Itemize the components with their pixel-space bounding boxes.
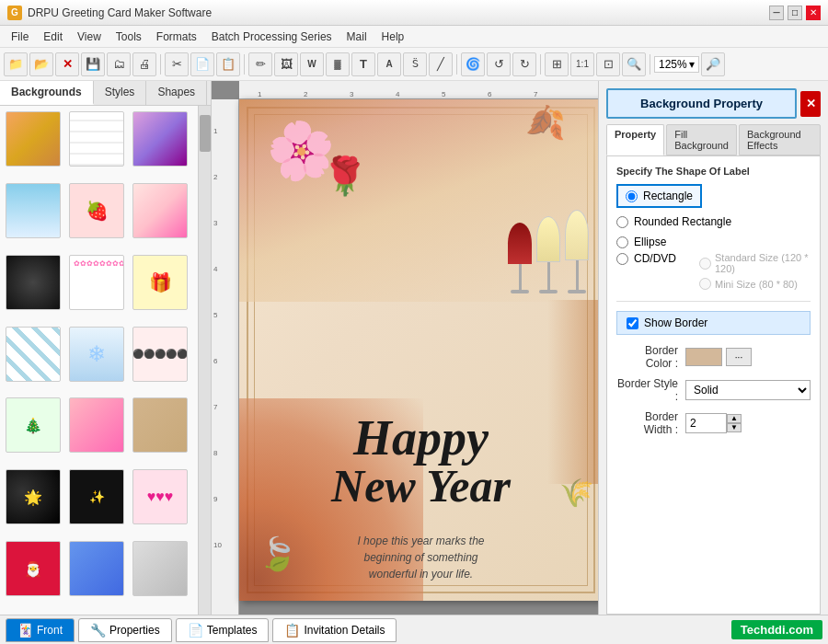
menu-edit[interactable]: Edit bbox=[36, 29, 70, 45]
border-color-picker-btn[interactable]: ··· bbox=[726, 348, 752, 366]
templates-icon: 📄 bbox=[188, 623, 203, 638]
toolbar-print[interactable]: 🖨 bbox=[132, 52, 156, 76]
bg-thumb-12[interactable]: ⚫⚫⚫⚫⚫⚫⚫⚫⚫ bbox=[132, 327, 188, 382]
bg-thumb-20[interactable] bbox=[69, 541, 124, 596]
radio-rounded[interactable] bbox=[616, 216, 628, 228]
bg-thumb-18[interactable]: ♥♥♥ bbox=[132, 469, 188, 524]
border-color-swatch[interactable] bbox=[685, 348, 722, 366]
toolbar-copy[interactable]: 📄 bbox=[190, 52, 214, 76]
flower-right: 🍂 bbox=[525, 104, 566, 142]
toolbar-open[interactable]: 📂 bbox=[29, 52, 53, 76]
toolbar-ratio[interactable]: 1:1 bbox=[570, 52, 594, 76]
checkbox-show-border[interactable] bbox=[627, 317, 638, 329]
toolbar-img1[interactable]: 🌀 bbox=[461, 52, 485, 76]
radio-rectangle[interactable] bbox=[626, 190, 638, 202]
window-controls[interactable]: ─ □ ✕ bbox=[769, 6, 821, 20]
toolbar-line[interactable]: ╱ bbox=[429, 52, 453, 76]
close-button[interactable]: ✕ bbox=[806, 6, 821, 20]
tab-backgrounds[interactable]: Backgrounds bbox=[0, 81, 94, 105]
bg-thumb-14[interactable] bbox=[69, 397, 124, 453]
bg-thumb-9[interactable]: 🎁 bbox=[132, 255, 188, 310]
cddvd-radio-wrap[interactable]: CD/DVD bbox=[616, 252, 690, 265]
tab-templates[interactable]: 📄 Templates bbox=[176, 618, 270, 642]
spinner-up[interactable]: ▲ bbox=[727, 414, 742, 423]
toolbar-zoomout[interactable]: 🔎 bbox=[701, 52, 725, 76]
toolbar-close[interactable]: ✕ bbox=[55, 52, 79, 76]
toolbar-img2[interactable]: ↺ bbox=[487, 52, 511, 76]
toolbar-zoomin[interactable]: 🔍 bbox=[622, 52, 646, 76]
label-show-border: Show Border bbox=[644, 316, 707, 329]
titlebar: G DRPU Greeting Card Maker Software ─ □ … bbox=[0, 0, 828, 26]
toolbar-grid1[interactable]: ⊞ bbox=[545, 52, 569, 76]
bg-thumb-2[interactable] bbox=[69, 111, 124, 167]
border-width-input[interactable] bbox=[685, 413, 727, 433]
cddvd-options: Standard Size (120 * 120) Mini Size (80 … bbox=[699, 252, 811, 290]
bg-thumb-21[interactable] bbox=[132, 541, 188, 596]
glass-bowl-white2 bbox=[565, 210, 589, 260]
toolbar-save2[interactable]: 🗂 bbox=[107, 52, 131, 76]
zoom-value: 125% bbox=[659, 58, 687, 71]
toolbar-fit[interactable]: ⊡ bbox=[596, 52, 620, 76]
tab-bg-effects[interactable]: Background Effects bbox=[739, 124, 821, 155]
bg-thumb-1[interactable] bbox=[6, 111, 61, 167]
tab-fill-bg[interactable]: Fill Background bbox=[666, 124, 737, 155]
bg-thumb-11[interactable]: ❄ bbox=[69, 327, 124, 382]
toolbar-barcode[interactable]: ▓ bbox=[326, 52, 350, 76]
bg-thumb-4[interactable] bbox=[6, 183, 61, 238]
border-style-select[interactable]: Solid Dashed Dotted Double bbox=[685, 380, 811, 400]
menu-file[interactable]: File bbox=[4, 29, 36, 45]
menu-view[interactable]: View bbox=[70, 29, 109, 45]
toolbar-pencil[interactable]: ✏ bbox=[248, 52, 272, 76]
zoom-box[interactable]: 125% ▾ bbox=[654, 56, 699, 73]
toolbar-align[interactable]: A bbox=[377, 52, 401, 76]
spinner-down[interactable]: ▼ bbox=[727, 423, 742, 432]
shape-rounded-row[interactable]: Rounded Rectangle bbox=[616, 215, 811, 228]
menu-batch[interactable]: Batch Processing Series bbox=[204, 29, 339, 45]
menu-formats[interactable]: Formats bbox=[149, 29, 204, 45]
menu-mail[interactable]: Mail bbox=[339, 29, 374, 45]
tab-properties[interactable]: 🔧 Properties bbox=[78, 618, 172, 642]
menu-help[interactable]: Help bbox=[374, 29, 412, 45]
tab-styles[interactable]: Styles bbox=[94, 81, 147, 105]
toolbar-paste[interactable]: 📋 bbox=[216, 52, 240, 76]
toolbar-symbol[interactable]: S̈ bbox=[403, 52, 427, 76]
toolbar-img3[interactable]: ↻ bbox=[512, 52, 536, 76]
zoom-dropdown-icon[interactable]: ▾ bbox=[689, 58, 695, 71]
show-border-box[interactable]: Show Border bbox=[616, 311, 811, 335]
bg-thumb-3[interactable] bbox=[132, 111, 188, 167]
tab-invitation[interactable]: 📋 Invitation Details bbox=[272, 618, 397, 642]
tab-front[interactable]: 🃏 Front bbox=[6, 618, 75, 642]
toolbar-sep4 bbox=[540, 54, 541, 75]
minimize-button[interactable]: ─ bbox=[769, 6, 784, 20]
scroll-indicator[interactable] bbox=[198, 106, 211, 615]
menu-tools[interactable]: Tools bbox=[109, 29, 149, 45]
glass-base-1 bbox=[511, 290, 529, 293]
bg-thumb-15[interactable] bbox=[132, 397, 188, 453]
glass-stem-2 bbox=[547, 262, 550, 290]
glass-bowl-red bbox=[508, 223, 532, 264]
bg-thumb-6[interactable] bbox=[132, 183, 188, 238]
toolbar-word[interactable]: W bbox=[300, 52, 324, 76]
tab-shapes[interactable]: Shapes bbox=[146, 81, 207, 105]
bg-property-close-btn[interactable]: ✕ bbox=[800, 91, 821, 117]
tab-property[interactable]: Property bbox=[606, 124, 664, 155]
toolbar-save[interactable]: 💾 bbox=[81, 52, 105, 76]
radio-ellipse[interactable] bbox=[616, 236, 628, 248]
card-background: 🌸 🌹 🍂 🍃 🌾 bbox=[239, 99, 598, 601]
bg-thumb-8[interactable]: ✿✿✿✿✿✿✿✿✿✿✿✿✿✿✿✿ bbox=[69, 255, 124, 310]
bg-thumb-19[interactable]: 🎅 bbox=[6, 541, 61, 596]
toolbar-new[interactable]: 📁 bbox=[4, 52, 28, 76]
toolbar-cut[interactable]: ✂ bbox=[165, 52, 189, 76]
toolbar-bg[interactable]: 🖼 bbox=[274, 52, 298, 76]
bg-thumb-17[interactable]: ✨ bbox=[69, 469, 124, 524]
shape-ellipse-row[interactable]: Ellipse bbox=[616, 236, 811, 248]
maximize-button[interactable]: □ bbox=[788, 6, 802, 20]
bg-thumb-7[interactable] bbox=[6, 255, 61, 310]
toolbar-text[interactable]: T bbox=[351, 52, 375, 76]
bg-thumb-10[interactable] bbox=[6, 327, 61, 382]
bg-thumb-13[interactable]: 🎄 bbox=[6, 397, 61, 453]
radio-cddvd[interactable] bbox=[616, 253, 628, 265]
bg-thumb-16[interactable]: 🌟 bbox=[6, 469, 61, 524]
bg-thumb-5[interactable]: 🍓 bbox=[69, 183, 124, 238]
shape-rectangle-selected[interactable]: Rectangle bbox=[616, 184, 702, 208]
